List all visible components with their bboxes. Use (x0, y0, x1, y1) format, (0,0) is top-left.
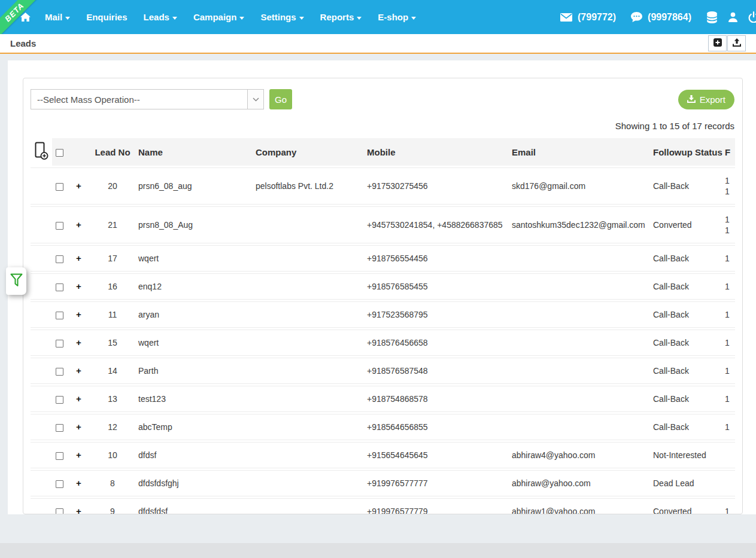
export-button[interactable]: Export (678, 90, 734, 109)
leads-card: --Select Mass Operation-- Go Export Show… (23, 78, 743, 514)
mobile-cell: +915654645645 (363, 442, 508, 468)
email-cell (508, 386, 649, 412)
mass-operation-toolbar: --Select Mass Operation-- Go Export (31, 89, 734, 109)
header-name: Name (135, 138, 252, 166)
row-checkbox[interactable] (56, 452, 63, 460)
row-checkbox[interactable] (56, 396, 63, 404)
lead-no-cell: 12 (90, 414, 135, 440)
header-lead-no: Lead No (90, 138, 135, 166)
nav-item-reports[interactable]: Reports (320, 12, 362, 22)
name-cell: abcTemp (135, 414, 252, 440)
table-row: + 9 dfdsfdsf +919976577779 abhiraw1@yaho… (31, 498, 735, 514)
row-expander[interactable]: + (76, 506, 81, 514)
row-checkbox[interactable] (56, 283, 63, 291)
add-lead-mobile-icon[interactable] (35, 152, 48, 162)
filter-tab[interactable] (6, 267, 26, 295)
followup-status-cell: Call-Back (649, 245, 722, 272)
nav-item-settings[interactable]: Settings (260, 12, 303, 22)
mobile-cell: +917530275456 (363, 167, 508, 205)
nav-item-leads[interactable]: Leads (144, 12, 177, 22)
lead-no-cell: 16 (90, 273, 135, 300)
email-cell: abhiraw@yahoo.com (508, 470, 649, 496)
row-expander[interactable]: + (76, 450, 81, 460)
plus-square-icon (714, 38, 722, 48)
company-cell (252, 414, 363, 440)
upload-button[interactable] (727, 35, 746, 51)
row-checkbox[interactable] (56, 255, 63, 263)
mobile-cell: +917523568795 (363, 301, 508, 328)
user-icon[interactable] (728, 12, 738, 22)
row-expander[interactable]: + (76, 478, 81, 488)
chevron-down-icon (65, 17, 70, 20)
row-checkbox[interactable] (56, 480, 63, 488)
row-checkbox[interactable] (56, 424, 63, 432)
lead-no-cell: 15 (90, 330, 135, 356)
nav-item-campaign[interactable]: Campaign (193, 12, 245, 22)
mobile-cell: +918576585455 (363, 273, 508, 300)
row-expander[interactable]: + (76, 219, 81, 230)
followup-date-cell: 1 (722, 386, 735, 412)
company-cell (252, 301, 363, 328)
mobile-cell: +918756554456 (363, 245, 508, 272)
chat-count[interactable]: (9997864) (648, 12, 691, 23)
row-checkbox[interactable] (56, 508, 63, 514)
mobile-cell: +919976577777 (363, 470, 508, 496)
chevron-down-icon (299, 17, 304, 20)
home-icon[interactable] (20, 13, 31, 22)
row-expander[interactable]: + (76, 365, 81, 376)
email-cell (508, 330, 649, 356)
records-summary: Showing 1 to 15 of 17 records (31, 120, 734, 133)
chat-bubble-icon[interactable] (631, 12, 642, 22)
email-cell: santoshkum35dec1232@gmail.com (508, 206, 649, 243)
row-expander[interactable]: + (76, 181, 81, 191)
email-cell: skd176@gmail.com (508, 167, 649, 205)
company-cell (252, 206, 363, 243)
followup-date-cell: 1 (722, 414, 735, 440)
followup-date-cell: 1 (722, 498, 735, 514)
row-expander[interactable]: + (76, 337, 81, 347)
upload-icon (733, 38, 741, 48)
nav-item-enquiries[interactable]: Enquiries (86, 12, 127, 22)
email-cell (508, 414, 649, 440)
lead-no-cell: 8 (90, 470, 135, 496)
mail-count[interactable]: (799772) (578, 12, 616, 23)
company-cell (252, 245, 363, 272)
followup-status-cell: Converted (649, 206, 722, 243)
row-checkbox[interactable] (56, 368, 63, 376)
table-row: + 16 enq12 +918576585455 Call-Back 1 (31, 273, 735, 300)
email-cell (508, 273, 649, 300)
mail-envelope-icon[interactable] (560, 13, 572, 22)
nav-item-mail[interactable]: Mail (45, 12, 70, 22)
nav-item-eshop[interactable]: E-shop (378, 12, 416, 22)
row-checkbox[interactable] (56, 340, 63, 347)
header-company: Company (252, 138, 363, 166)
company-cell: pelsoftlabs Pvt. Ltd.2 (252, 167, 363, 205)
header-mobile: Mobile (363, 138, 508, 166)
lead-no-cell: 13 (90, 386, 135, 412)
select-all-checkbox[interactable] (56, 149, 63, 157)
row-expander[interactable]: + (76, 422, 81, 432)
page-footer (0, 543, 756, 558)
row-checkbox[interactable] (56, 312, 63, 319)
row-expander[interactable]: + (76, 253, 81, 263)
row-expander[interactable]: + (76, 281, 81, 291)
table-row: + 17 wqert +918756554456 Call-Back 1 (31, 245, 735, 272)
row-checkbox[interactable] (56, 222, 63, 230)
table-row: + 15 wqert +918576456658 Call-Back 1 (31, 330, 735, 356)
chevron-down-icon (411, 17, 416, 20)
row-expander[interactable]: + (76, 394, 81, 404)
row-checkbox[interactable] (56, 183, 63, 191)
mass-operation-select[interactable]: --Select Mass Operation-- (31, 89, 264, 109)
row-expander[interactable]: + (76, 309, 81, 319)
table-row: + 11 aryan +917523568795 Call-Back 1 (31, 301, 735, 328)
power-icon[interactable] (748, 11, 756, 23)
database-icon[interactable] (706, 11, 718, 23)
company-cell (252, 442, 363, 468)
followup-status-cell: Call-Back (649, 414, 722, 440)
lead-no-cell: 17 (90, 245, 135, 272)
company-cell (252, 470, 363, 496)
go-button[interactable]: Go (269, 89, 292, 109)
followup-date-cell: 1 (722, 330, 735, 356)
header-followup-cut: F (722, 138, 735, 166)
add-record-button[interactable] (708, 35, 727, 51)
